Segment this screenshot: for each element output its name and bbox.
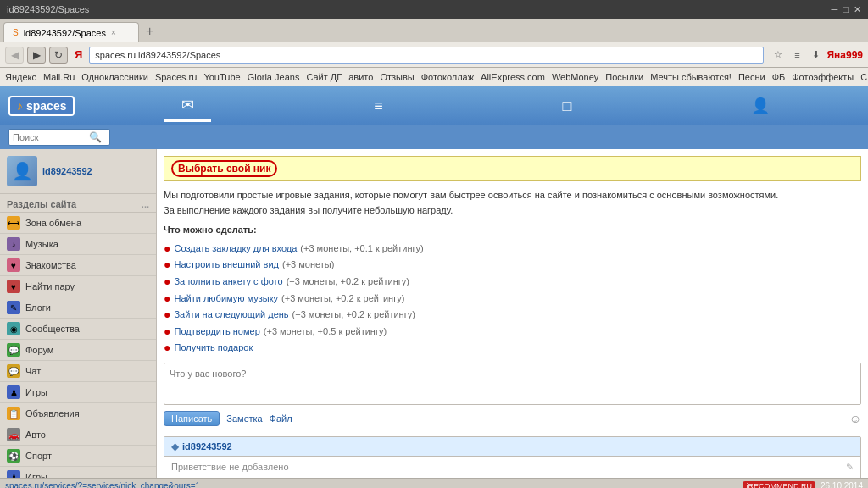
spaces-logo: ♪ spaces <box>8 96 75 116</box>
sidebar-section-title: Разделы сайта ... <box>0 194 156 213</box>
search-icon[interactable]: 🔍 <box>89 131 102 143</box>
intro-text: Мы подготовили простые игровые задания, … <box>164 190 778 200</box>
settings-icon[interactable]: ≡ <box>789 47 804 63</box>
sub-header: 🔍 <box>0 125 868 149</box>
task-link-6[interactable]: Получить подарок <box>174 341 253 356</box>
bookmark-fotokollazh[interactable]: Фотоколлаж <box>421 72 474 82</box>
task-reward-5: (+3 монеты, +0.5 к рейтингу) <box>264 324 387 340</box>
bookmark-fotoeffekty[interactable]: Фотоэффекты <box>792 72 854 82</box>
bookmark-mailru[interactable]: Mail.Ru <box>43 72 75 82</box>
tab-close-button[interactable]: × <box>111 28 116 37</box>
task-bullet-3: ● <box>164 291 170 306</box>
sidebar-item-sport[interactable]: ⚽ Спорт <box>0 446 156 467</box>
sidebar-item-obyavleniya[interactable]: 📋 Объявления <box>0 403 156 424</box>
sidebar-item-chat[interactable]: 💬 Чат <box>0 361 156 382</box>
avatar: 👤 <box>7 156 37 186</box>
task-bullet-6: ● <box>164 341 170 355</box>
search-input[interactable] <box>13 132 89 142</box>
sidebar-label-blogi: Блоги <box>25 302 51 313</box>
bookmark-spaces[interactable]: Spaces.ru <box>155 72 198 82</box>
sidebar-section-dots[interactable]: ... <box>142 199 149 209</box>
bookmark-avito[interactable]: авито <box>348 72 373 82</box>
window-controls: ─ □ ✕ <box>832 4 861 15</box>
maximize-icon[interactable]: □ <box>843 4 849 15</box>
profile-id-text[interactable]: id89243592 <box>182 441 232 452</box>
header-nav-profile[interactable]: 👤 <box>734 92 787 120</box>
write-button[interactable]: Написать <box>164 411 220 426</box>
sidebar-item-igry2[interactable]: ♟ Игры <box>0 467 156 478</box>
bookmark-pesni[interactable]: Песни <box>738 72 765 82</box>
task-link-4[interactable]: Зайти на следующий день <box>174 308 288 323</box>
sidebar-label-avto: Авто <box>25 430 46 440</box>
igry-icon: ♟ <box>7 385 20 399</box>
status-textarea[interactable] <box>164 363 861 405</box>
bookmark-otzyvy[interactable]: Отзывы <box>380 72 414 82</box>
greeting-text: Приветствие не добавлено <box>171 462 289 472</box>
header-nav-mobile[interactable]: □ <box>545 92 588 120</box>
profile-id-icon: ◆ <box>171 441 179 452</box>
bookmark-fb[interactable]: ФБ <box>772 72 786 82</box>
task-bullet-0: ● <box>164 241 170 256</box>
task-link-1[interactable]: Настроить внешний вид <box>174 258 279 273</box>
title-bar: id89243592/Spaces ─ □ ✕ <box>0 0 868 19</box>
sidebar-item-forum[interactable]: 💬 Форум <box>0 340 156 361</box>
close-icon[interactable]: ✕ <box>854 4 861 15</box>
bookmark-webmoney[interactable]: WebMoney <box>552 72 598 82</box>
sidebar-item-nayti-paru[interactable]: ♥ Найти пару <box>0 276 156 297</box>
sidebar-item-igry[interactable]: ♟ Игры <box>0 382 156 403</box>
task-bullet-2: ● <box>164 274 170 289</box>
address-text: spaces.ru id89243592/Spaces <box>95 50 220 60</box>
sidebar-label-sport: Спорт <box>25 451 52 461</box>
title-text: id89243592/Spaces <box>7 4 89 14</box>
task-item-0: ● Создать закладку для входа (+3 монеты,… <box>164 241 861 257</box>
tasks-section: Мы подготовили простые игровые задания, … <box>164 188 861 356</box>
header-nav-feed[interactable]: ≡ <box>357 92 400 120</box>
minimize-icon[interactable]: ─ <box>832 4 838 15</box>
address-bar[interactable]: spaces.ru id89243592/Spaces <box>89 47 764 64</box>
sport-icon: ⚽ <box>7 449 20 463</box>
tasks-intro: Мы подготовили простые игровые задания, … <box>164 188 861 218</box>
sidebar-label-muzyka: Музыка <box>25 239 58 249</box>
task-link-3[interactable]: Найти любимую музыку <box>174 291 278 307</box>
note-link[interactable]: Заметка <box>226 413 262 424</box>
nick-selection-link[interactable]: Выбрать свой ник <box>171 160 277 177</box>
active-tab[interactable]: S id89243592/Spaces × <box>3 22 139 42</box>
back-button[interactable]: ◀ <box>5 47 24 64</box>
profile-header: ◆ id89243592 <box>164 437 860 457</box>
sidebar-user-id[interactable]: id89243592 <box>42 166 92 176</box>
bookmark-posilki[interactable]: Посылки <box>605 72 643 82</box>
bookmark-yandex[interactable]: Яндекс <box>5 72 36 82</box>
sidebar-item-zona[interactable]: ⟷ Зона обмена <box>0 213 156 234</box>
sidebar-item-avto[interactable]: 🚗 Авто <box>0 424 156 446</box>
refresh-button[interactable]: ↻ <box>49 47 68 64</box>
header-nav-mail[interactable]: ✉ <box>164 91 211 122</box>
bookmark-mechty[interactable]: Мечты сбываются! <box>650 72 732 82</box>
task-link-2[interactable]: Заполнить анкету с фото <box>174 274 282 290</box>
bookmark-spivak[interactable]: СпивакЪ <box>860 72 868 82</box>
bookmark-youtube[interactable]: YouTube <box>203 72 240 82</box>
task-link-0[interactable]: Создать закладку для входа <box>174 241 297 257</box>
user-profile: 👤 id89243592 <box>0 149 156 194</box>
sidebar-item-znakomstva[interactable]: ♥ Знакомства <box>0 255 156 276</box>
tasks-title: Что можно сделать: <box>164 223 861 238</box>
sidebar-item-soobshchestva[interactable]: ◉ Сообщества <box>0 319 156 340</box>
new-tab-button[interactable]: + <box>139 20 160 42</box>
forward-button[interactable]: ▶ <box>27 47 46 64</box>
file-link[interactable]: Файл <box>270 413 292 424</box>
edit-greeting-icon[interactable]: ✎ <box>846 462 854 473</box>
task-reward-0: (+3 монеты, +0.1 к рейтингу) <box>300 241 423 257</box>
search-box[interactable]: 🔍 <box>8 129 110 146</box>
emoji-icon[interactable]: ☺ <box>849 412 861 425</box>
tab-bar: S id89243592/Spaces × + <box>0 19 868 42</box>
bookmark-saitdg[interactable]: Сайт ДГ <box>306 72 342 82</box>
download-icon[interactable]: ⬇ <box>808 47 823 63</box>
bookmark-aliexpress[interactable]: AliExpress.com <box>481 72 545 82</box>
bookmark-odnoklassniki[interactable]: Одноклассники <box>81 72 148 82</box>
task-item-2: ● Заполнить анкету с фото (+3 монеты, +0… <box>164 274 861 290</box>
task-link-5[interactable]: Подтвердить номер <box>174 324 259 340</box>
sidebar-item-blogi[interactable]: ✎ Блоги <box>0 297 156 319</box>
bookmark-gloria[interactable]: Gloria Jeans <box>248 72 300 82</box>
bookmark-star-icon[interactable]: ☆ <box>771 47 786 63</box>
sidebar-item-muzyka[interactable]: ♪ Музыка <box>0 234 156 255</box>
reward-text: За выполнение каждого задания вы получит… <box>164 205 453 215</box>
